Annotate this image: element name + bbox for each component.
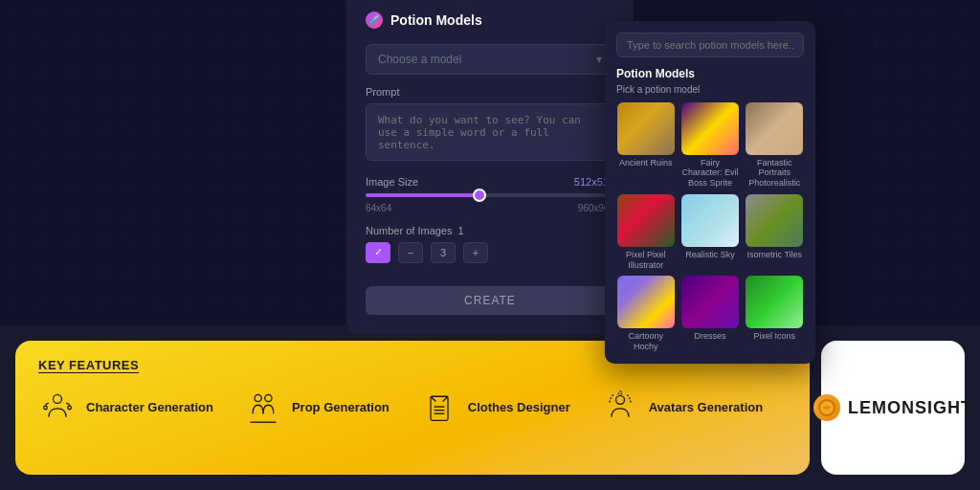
logo-card: LEMONSIGHT bbox=[821, 341, 965, 475]
size-slider-container[interactable] bbox=[366, 193, 614, 197]
size-min-label: 64x64 bbox=[366, 203, 391, 213]
panel-title-text: Potion Models bbox=[390, 12, 482, 28]
prompt-section: Prompt bbox=[366, 86, 614, 165]
model-name-bunny: Cartoony Hochy bbox=[616, 331, 675, 352]
logo-text: LEMONSIGHT bbox=[848, 398, 972, 418]
slider-thumb[interactable] bbox=[473, 189, 486, 202]
model-thumb-ancient bbox=[617, 102, 675, 155]
model-thumb-sky bbox=[681, 194, 739, 247]
potion-icon: 🧪 bbox=[366, 11, 383, 29]
avatars-generation-text: Avatars Generation bbox=[649, 400, 763, 414]
model-name-ancient: Ancient Ruins bbox=[619, 158, 673, 168]
model-select[interactable]: Choose a model ▾ bbox=[366, 44, 614, 75]
num-minus-button[interactable]: − bbox=[398, 242, 423, 263]
feature-character-generation: Character Generation bbox=[38, 388, 213, 426]
clothes-designer-text: Clothes Designer bbox=[468, 400, 570, 414]
features-row: Character Generation Prop Generation bbox=[38, 388, 787, 426]
feature-prop-generation: Prop Generation bbox=[244, 388, 390, 426]
model-search-input[interactable] bbox=[616, 33, 804, 57]
num-3-button[interactable]: 3 bbox=[431, 242, 456, 263]
character-generation-icon bbox=[38, 388, 77, 426]
svg-point-9 bbox=[615, 395, 624, 404]
model-thumb-fairy bbox=[681, 102, 739, 155]
num-check-button[interactable]: ✓ bbox=[366, 242, 390, 263]
lemon-icon bbox=[813, 394, 840, 421]
svg-point-4 bbox=[265, 394, 272, 401]
model-name-apple: Pixel Icons bbox=[754, 331, 796, 342]
model-thumb-bunny bbox=[617, 276, 675, 328]
model-item-portrait[interactable]: Fantastic Portraits Photorealistic bbox=[746, 102, 804, 189]
model-item-pixel[interactable]: Pixel Pixel Illustrator bbox=[616, 194, 675, 271]
model-name-sky: Realistic Sky bbox=[685, 250, 735, 260]
slider-fill bbox=[366, 193, 478, 197]
model-item-apple[interactable]: Pixel Icons bbox=[746, 276, 804, 352]
main-panel: 🧪 Potion Models Choose a model ▾ Prompt … bbox=[346, 0, 634, 334]
model-item-minecraft[interactable]: Isometric Tiles bbox=[746, 194, 804, 271]
model-name-fairy: Fairy Character: Evil Boss Sprite bbox=[680, 158, 739, 189]
image-size-section: Image Size 512x512 64x64 960x960 bbox=[366, 176, 614, 213]
num-images-label: Number of Images 1 bbox=[366, 225, 614, 236]
bottom-section: KEY FEATURES Character Generation bbox=[0, 325, 980, 490]
top-section: 🧪 Potion Models Choose a model ▾ Prompt … bbox=[0, 0, 980, 325]
svg-point-2 bbox=[68, 406, 72, 410]
model-name-portrait: Fantastic Portraits Photorealistic bbox=[746, 158, 804, 189]
num-plus-button[interactable]: + bbox=[463, 242, 488, 263]
dropdown-sub: Pick a potion model bbox=[616, 84, 804, 95]
model-item-fairy[interactable]: Fairy Character: Evil Boss Sprite bbox=[680, 102, 739, 189]
prop-generation-text: Prop Generation bbox=[292, 400, 390, 414]
model-item-ancient[interactable]: Ancient Ruins bbox=[616, 102, 675, 189]
chevron-down-icon: ▾ bbox=[596, 53, 602, 66]
svg-point-3 bbox=[255, 394, 261, 401]
num-images-section: Number of Images 1 ✓ − 3 + bbox=[366, 225, 614, 263]
model-item-dress[interactable]: Dresses bbox=[680, 276, 739, 352]
image-size-label: Image Size bbox=[366, 176, 418, 188]
create-button[interactable]: CREATE bbox=[366, 286, 614, 315]
svg-point-1 bbox=[44, 406, 48, 410]
model-name-dress: Dresses bbox=[694, 331, 725, 342]
model-item-sky[interactable]: Realistic Sky bbox=[680, 194, 739, 271]
svg-point-0 bbox=[54, 394, 62, 403]
model-placeholder: Choose a model bbox=[378, 53, 461, 66]
slider-track bbox=[366, 193, 614, 197]
model-grid: Ancient Ruins Fairy Character: Evil Boss… bbox=[616, 102, 804, 353]
avatars-generation-icon bbox=[601, 388, 639, 426]
character-generation-text: Character Generation bbox=[86, 400, 213, 414]
feature-avatars-generation: Avatars Generation bbox=[601, 388, 763, 426]
model-name-pixel: Pixel Pixel Illustrator bbox=[616, 250, 675, 271]
dropdown-title: Potion Models bbox=[616, 67, 804, 80]
feature-clothes-designer: Clothes Designer bbox=[420, 388, 570, 426]
prop-generation-icon bbox=[244, 388, 282, 426]
prompt-label: Prompt bbox=[366, 86, 614, 98]
svg-rect-5 bbox=[431, 396, 448, 420]
clothes-designer-icon bbox=[420, 388, 458, 426]
logo-content: LEMONSIGHT bbox=[813, 394, 972, 421]
model-section: Choose a model ▾ bbox=[366, 44, 614, 75]
model-thumb-dress bbox=[681, 276, 739, 328]
model-thumb-minecraft bbox=[746, 194, 803, 247]
model-thumb-apple bbox=[746, 276, 803, 328]
prompt-input[interactable] bbox=[366, 103, 614, 161]
model-dropdown: Potion Models Pick a potion model Ancien… bbox=[605, 21, 815, 365]
num-images-controls: ✓ − 3 + bbox=[366, 242, 614, 263]
panel-title: 🧪 Potion Models bbox=[366, 11, 614, 29]
model-thumb-pixel bbox=[617, 194, 675, 247]
model-name-minecraft: Isometric Tiles bbox=[747, 250, 803, 260]
model-item-bunny[interactable]: Cartoony Hochy bbox=[616, 276, 675, 352]
svg-point-10 bbox=[618, 391, 622, 395]
model-thumb-portrait bbox=[746, 102, 803, 155]
